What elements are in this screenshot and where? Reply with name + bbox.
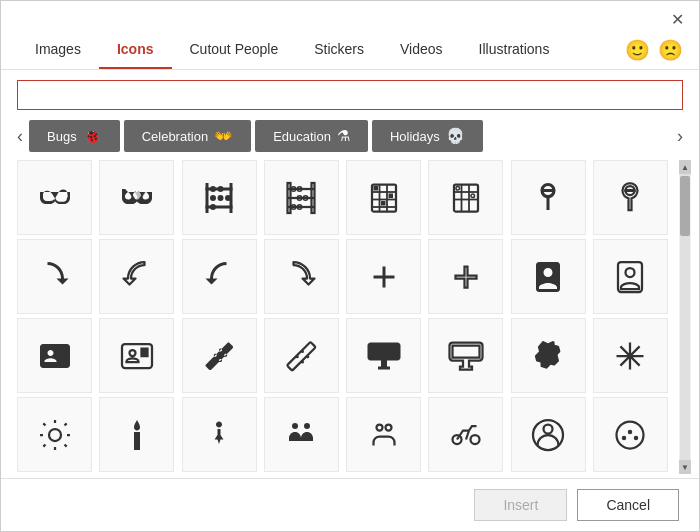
close-button[interactable]: ✕ [665, 7, 689, 31]
icon-arrow-curved-right[interactable] [17, 239, 92, 314]
tabs-right: 🙂 🙁 [625, 38, 683, 62]
icon-billboard-filled[interactable] [346, 318, 421, 393]
icons-grid [17, 160, 677, 474]
icon-snowflake-outline[interactable] [593, 318, 668, 393]
icon-svg [448, 417, 484, 453]
icon-svg [530, 338, 566, 374]
svg-point-56 [628, 429, 633, 434]
cat-bugs-button[interactable]: Bugs 🐞 [29, 120, 120, 152]
icon-acorn-outline[interactable] [593, 160, 668, 235]
cancel-button[interactable]: Cancel [577, 489, 679, 521]
icon-svg [119, 180, 155, 216]
icon-acorn-filled[interactable] [511, 160, 586, 235]
tab-icons[interactable]: Icons [99, 31, 172, 69]
icon-svg [37, 180, 73, 216]
icon-africa-filled[interactable] [511, 318, 586, 393]
svg-rect-37 [542, 189, 554, 192]
scroll-thumb[interactable] [680, 176, 690, 236]
search-input[interactable] [17, 80, 683, 110]
icon-abacus-filled[interactable] [182, 160, 257, 235]
icon-svg [612, 180, 648, 216]
icon-person-circle[interactable] [511, 397, 586, 472]
tabs-left: Images Icons Cutout People Stickers Vide… [17, 31, 567, 69]
icon-3d-glasses-outline[interactable] [99, 160, 174, 235]
celebration-label: Celebration [142, 129, 209, 144]
tab-images[interactable]: Images [17, 31, 99, 69]
svg-point-48 [376, 424, 382, 430]
icon-address-book-filled[interactable] [511, 239, 586, 314]
icon-figurine[interactable] [182, 397, 257, 472]
svg-point-6 [210, 195, 216, 201]
icon-bicycle[interactable] [428, 397, 503, 472]
icon-svg [201, 180, 237, 216]
cat-next-button[interactable]: › [671, 122, 689, 151]
icon-abacus2-outline[interactable] [428, 160, 503, 235]
icon-person-group2[interactable] [346, 397, 421, 472]
education-emoji: ⚗ [337, 127, 350, 145]
tab-cutout-people[interactable]: Cutout People [172, 31, 297, 69]
icon-plus-outline[interactable] [428, 239, 503, 314]
celebration-emoji: 👐 [214, 127, 233, 145]
icon-bandage-outline[interactable] [264, 318, 339, 393]
icon-svg [119, 338, 155, 374]
education-label: Education [273, 129, 331, 144]
scroll-down-arrow[interactable]: ▼ [679, 460, 691, 474]
svg-point-35 [456, 186, 460, 190]
icon-arrow-curved-left[interactable] [182, 239, 257, 314]
icon-svg [612, 417, 648, 453]
icon-svg [283, 417, 319, 453]
title-bar: ✕ [1, 1, 699, 31]
cat-prev-button[interactable]: ‹ [11, 122, 29, 151]
icons-grid-container: ▲ ▼ [1, 156, 699, 478]
svg-point-40 [301, 350, 304, 353]
sad-icon[interactable]: 🙁 [658, 38, 683, 62]
icon-arrow-curved-left2[interactable] [264, 239, 339, 314]
cat-education-button[interactable]: Education ⚗ [255, 120, 368, 152]
tab-illustrations[interactable]: Illustrations [461, 31, 568, 69]
icon-billboard-outline[interactable] [428, 318, 503, 393]
icon-sun-outline[interactable] [17, 397, 92, 472]
happy-icon[interactable]: 🙂 [625, 38, 650, 62]
scroll-track[interactable] [680, 174, 690, 460]
svg-rect-27 [373, 186, 378, 191]
icon-address-book-outline[interactable] [593, 239, 668, 314]
tab-videos[interactable]: Videos [382, 31, 461, 69]
icon-id-card-filled[interactable] [17, 318, 92, 393]
icon-svg [283, 259, 319, 295]
svg-point-57 [634, 435, 639, 440]
scrollbar[interactable]: ▲ ▼ [679, 160, 691, 474]
svg-rect-30 [454, 184, 478, 211]
icon-3d-glasses-filled[interactable] [17, 160, 92, 235]
svg-point-49 [385, 424, 391, 430]
icon-svg [530, 180, 566, 216]
icon-bandage-filled[interactable] [182, 318, 257, 393]
bugs-emoji: 🐞 [83, 127, 102, 145]
svg-point-52 [544, 424, 553, 433]
tab-stickers[interactable]: Stickers [296, 31, 382, 69]
icon-arrow-curved-right2[interactable] [99, 239, 174, 314]
cat-celebration-button[interactable]: Celebration 👐 [124, 120, 252, 152]
icon-abacus-outline[interactable] [264, 160, 339, 235]
icon-abacus2-filled[interactable] [346, 160, 421, 235]
svg-point-8 [225, 195, 231, 201]
svg-rect-28 [388, 193, 393, 198]
categories-row: ‹ Bugs 🐞 Celebration 👐 Education ⚗ Holid… [1, 116, 699, 156]
icon-circle-dots[interactable] [593, 397, 668, 472]
svg-point-7 [218, 195, 224, 201]
insert-button[interactable]: Insert [474, 489, 567, 521]
icon-candle[interactable] [99, 397, 174, 472]
svg-point-55 [622, 435, 627, 440]
icon-svg [201, 338, 237, 374]
icon-svg [530, 417, 566, 453]
icon-svg [366, 338, 402, 374]
icon-person-group[interactable] [264, 397, 339, 472]
svg-point-4 [210, 186, 216, 192]
icon-svg [37, 417, 73, 453]
search-row [1, 70, 699, 116]
scroll-up-arrow[interactable]: ▲ [679, 160, 691, 174]
icon-svg [283, 338, 319, 374]
cat-holidays-button[interactable]: Holidays 💀 [372, 120, 483, 152]
icon-plus-filled[interactable] [346, 239, 421, 314]
icon-id-card-outline[interactable] [99, 318, 174, 393]
svg-rect-29 [381, 201, 386, 206]
